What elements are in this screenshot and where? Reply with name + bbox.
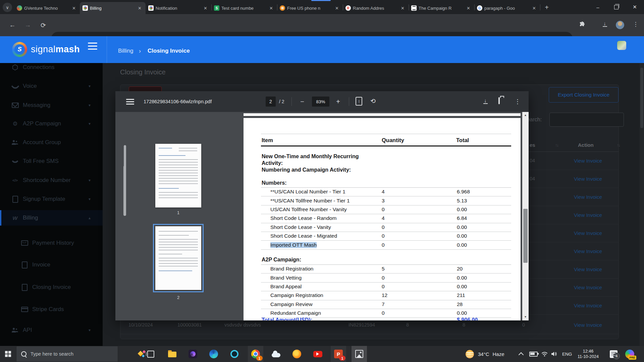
taskbar-powerpoint[interactable]: P 1	[331, 346, 346, 362]
taskbar-photos[interactable]	[352, 346, 367, 362]
taskbar-cyan-app[interactable]	[227, 346, 242, 362]
brand-wordmark[interactable]: signalmash	[31, 44, 80, 55]
view-invoice-link[interactable]: View Invoice	[574, 212, 602, 218]
zoom-level[interactable]: 83%	[312, 97, 329, 107]
sidebar-toggle-icon[interactable]	[88, 43, 97, 52]
close-tab-icon[interactable]: ✕	[399, 6, 406, 11]
view-invoice-link[interactable]: View Invoice	[574, 266, 602, 272]
sidebar-item-account-group[interactable]: Account Group	[0, 135, 103, 150]
taskbar-search[interactable]: Type here to search	[16, 346, 118, 362]
sidebar-item-toll-free-sms[interactable]: Toll Free SMS	[0, 154, 103, 169]
tab-billing-active[interactable]: Billing ✕	[80, 2, 146, 14]
reload-button[interactable]: ⟳	[38, 20, 48, 30]
sidebar-item-invoice[interactable]: Invoice	[0, 257, 103, 273]
browser-menu-icon[interactable]: ⋮	[632, 21, 639, 28]
browser-profile-avatar[interactable]	[616, 21, 624, 29]
taskbar-dark-app[interactable]	[185, 346, 201, 362]
close-tab-icon[interactable]: ✕	[202, 6, 209, 11]
view-invoice-link[interactable]: View Invoice	[574, 194, 602, 200]
close-tab-icon[interactable]: ✕	[334, 6, 340, 11]
taskbar-edge[interactable]	[206, 346, 221, 362]
pdf-page-input[interactable]: 2	[266, 97, 276, 107]
view-invoice-link[interactable]: View Invoice	[574, 158, 602, 164]
action-center-button[interactable]: 4	[610, 346, 618, 362]
sidebar-item-billing[interactable]: w Billing ▴	[0, 210, 103, 226]
close-tab-icon[interactable]: ✕	[137, 6, 143, 11]
taskbar-chrome[interactable]: 1	[248, 346, 263, 362]
view-invoice-link[interactable]: View Invoice	[574, 285, 602, 290]
minimize-button[interactable]: –	[589, 0, 607, 14]
zoom-out-button[interactable]: −	[298, 97, 306, 107]
export-closing-invoice-button[interactable]: Export Closing Invoice	[549, 87, 619, 103]
close-tab-icon[interactable]: ✕	[268, 6, 274, 11]
sidebar-item-a2p-campaign[interactable]: ⚙ A2P Campaign ▾	[0, 116, 103, 131]
tray-overflow-button[interactable]	[519, 346, 523, 362]
clock[interactable]: 12:46 11-10-2024	[578, 346, 599, 362]
breadcrumb-section[interactable]: Billing	[118, 48, 133, 54]
task-view-button[interactable]	[143, 346, 158, 362]
back-button[interactable]: ←	[7, 20, 17, 30]
tab-notification[interactable]: Notification ✕	[146, 2, 211, 14]
user-avatar[interactable]	[617, 41, 626, 50]
language-indicator[interactable]: ENG	[562, 346, 572, 362]
taskbar-firefox[interactable]	[289, 346, 305, 362]
restore-button[interactable]	[607, 0, 626, 14]
tab-free-us-phone[interactable]: Free US phone n ✕	[277, 2, 343, 14]
battery-indicator[interactable]	[529, 346, 538, 362]
sidebar-item-payment-history[interactable]: Payment History	[0, 235, 103, 251]
volume-indicator[interactable]	[551, 346, 557, 362]
sidebar-item-messaging[interactable]: Messaging ▾	[0, 98, 103, 113]
network-indicator[interactable]	[541, 346, 548, 362]
tab-test-card[interactable]: S Test card numbe ✕	[211, 2, 277, 14]
tab-random-address[interactable]: R Random Addres ✕	[343, 2, 409, 14]
view-invoice-link[interactable]: View Invoice	[574, 303, 602, 308]
pdf-menu-icon[interactable]	[126, 99, 134, 106]
scroll-down-icon[interactable]: ▼	[522, 315, 529, 318]
close-window-button[interactable]: ✕	[626, 0, 644, 14]
zoom-in-button[interactable]: +	[334, 97, 342, 107]
close-tab-icon[interactable]: ✕	[465, 6, 472, 11]
tab-search-button[interactable]: ∨	[3, 3, 12, 12]
tab-gventure[interactable]: GVenture Techno ✕	[14, 2, 80, 14]
view-invoice-link[interactable]: View Invoice	[574, 176, 602, 182]
view-invoice-link[interactable]: View Invoice	[574, 230, 602, 236]
sidebar-item-voice[interactable]: Voice ▾	[0, 78, 103, 94]
signalmash-logo-icon[interactable]: S	[12, 42, 27, 57]
rotate-icon[interactable]: ⟲	[370, 97, 376, 105]
sidebar-item-signup-template[interactable]: Signup Template ▾	[0, 191, 103, 207]
forward-button[interactable]: →	[23, 20, 33, 30]
pdf-thumbnail-page-1[interactable]	[155, 144, 201, 207]
pdf-scrollbar[interactable]: ▲ ▼	[522, 112, 529, 320]
close-tab-icon[interactable]: ✕	[71, 6, 77, 11]
page-scrollbar[interactable]	[640, 63, 644, 346]
pdf-thumbnail-page-2-selected[interactable]	[153, 224, 204, 292]
sidebar-item-api[interactable]: API ▾	[0, 322, 103, 338]
sidebar-item-stripe-cards[interactable]: Stripe Cards	[0, 302, 103, 317]
tab-campaign-registry[interactable]: The Campaign R ✕	[409, 2, 474, 14]
sidebar-item-shortcode-number[interactable]: </> Shortcode Number ▾	[0, 173, 103, 188]
column-header-taxes[interactable]: es	[530, 142, 535, 148]
search-input[interactable]	[549, 113, 624, 127]
scrollbar-thumb[interactable]	[523, 209, 528, 263]
downloads-icon[interactable]: ↓	[601, 21, 608, 28]
sort-icon[interactable]: ↑↓	[555, 142, 558, 147]
tab-google-paragraph[interactable]: G paragaph - Goo ✕	[474, 2, 540, 14]
taskbar-cloud-app[interactable]	[268, 346, 284, 362]
view-invoice-link[interactable]: View Invoice	[574, 322, 602, 328]
sidebar-item-closing-invoice[interactable]: Closing Invoice	[0, 280, 103, 295]
print-icon[interactable]	[498, 98, 500, 104]
start-button[interactable]	[0, 346, 16, 362]
pdf-more-icon[interactable]: ⋮	[515, 98, 521, 105]
extensions-icon[interactable]	[579, 21, 586, 28]
taskbar-file-explorer[interactable]	[164, 346, 180, 362]
new-tab-button[interactable]: +	[542, 3, 551, 12]
scroll-up-icon[interactable]: ▲	[522, 114, 529, 117]
pdf-download-icon[interactable]: ↓	[482, 98, 489, 104]
column-header-action[interactable]: Action	[578, 142, 594, 148]
taskbar-youtube[interactable]	[310, 346, 325, 362]
weather-widget[interactable]: 34°C Haze	[466, 346, 504, 362]
sort-icon[interactable]: ↑↓	[617, 142, 620, 147]
copilot-button[interactable]: PRE	[625, 346, 634, 362]
close-tab-icon[interactable]: ✕	[531, 6, 537, 11]
fit-to-page-icon[interactable]: ↕	[356, 97, 362, 106]
